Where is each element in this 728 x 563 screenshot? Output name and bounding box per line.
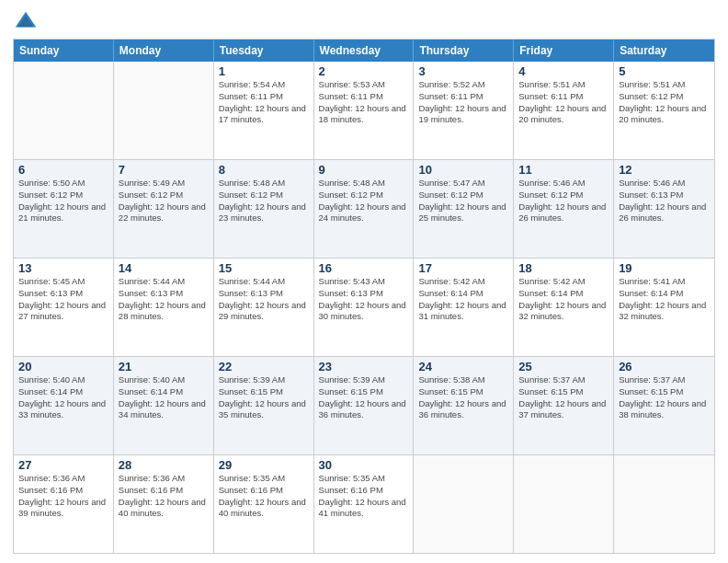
day-info: Sunrise: 5:53 AM Sunset: 6:11 PM Dayligh… bbox=[319, 79, 409, 126]
day-info: Sunrise: 5:46 AM Sunset: 6:12 PM Dayligh… bbox=[518, 178, 609, 224]
day-info: Sunrise: 5:47 AM Sunset: 6:12 PM Dayligh… bbox=[418, 178, 508, 224]
cal-cell-1-7: 5Sunrise: 5:51 AM Sunset: 6:12 PM Daylig… bbox=[614, 62, 714, 159]
day-number: 16 bbox=[319, 261, 409, 275]
cal-cell-3-6: 18Sunrise: 5:42 AM Sunset: 6:14 PM Dayli… bbox=[514, 259, 614, 356]
calendar-body: 1Sunrise: 5:54 AM Sunset: 6:11 PM Daylig… bbox=[14, 62, 714, 553]
day-number: 14 bbox=[119, 261, 209, 275]
header-cell-monday: Monday bbox=[114, 40, 214, 62]
day-number: 8 bbox=[219, 163, 309, 177]
cal-cell-5-1: 27Sunrise: 5:36 AM Sunset: 6:16 PM Dayli… bbox=[14, 455, 114, 553]
cal-cell-2-6: 11Sunrise: 5:46 AM Sunset: 6:12 PM Dayli… bbox=[514, 160, 614, 258]
day-info: Sunrise: 5:41 AM Sunset: 6:14 PM Dayligh… bbox=[619, 276, 710, 323]
calendar-row-2: 6Sunrise: 5:50 AM Sunset: 6:12 PM Daylig… bbox=[14, 159, 714, 258]
day-info: Sunrise: 5:40 AM Sunset: 6:14 PM Dayligh… bbox=[18, 374, 108, 421]
day-info: Sunrise: 5:54 AM Sunset: 6:11 PM Dayligh… bbox=[219, 79, 309, 126]
calendar-row-3: 13Sunrise: 5:45 AM Sunset: 6:13 PM Dayli… bbox=[14, 258, 714, 356]
day-number: 25 bbox=[518, 360, 609, 373]
day-info: Sunrise: 5:48 AM Sunset: 6:12 PM Dayligh… bbox=[219, 178, 309, 224]
day-number: 10 bbox=[418, 163, 508, 177]
cal-cell-2-7: 12Sunrise: 5:46 AM Sunset: 6:13 PM Dayli… bbox=[614, 160, 714, 258]
day-info: Sunrise: 5:42 AM Sunset: 6:14 PM Dayligh… bbox=[518, 276, 609, 323]
cal-cell-3-2: 14Sunrise: 5:44 AM Sunset: 6:13 PM Dayli… bbox=[114, 259, 214, 356]
cal-cell-5-5 bbox=[414, 455, 514, 553]
cal-cell-4-2: 21Sunrise: 5:40 AM Sunset: 6:14 PM Dayli… bbox=[114, 357, 214, 454]
cal-cell-5-4: 30Sunrise: 5:35 AM Sunset: 6:16 PM Dayli… bbox=[314, 455, 415, 553]
cal-cell-2-4: 9Sunrise: 5:48 AM Sunset: 6:12 PM Daylig… bbox=[314, 160, 415, 258]
cal-cell-3-3: 15Sunrise: 5:44 AM Sunset: 6:13 PM Dayli… bbox=[214, 259, 314, 356]
cal-cell-1-1 bbox=[14, 62, 114, 159]
cal-cell-1-2 bbox=[114, 62, 214, 159]
day-info: Sunrise: 5:39 AM Sunset: 6:15 PM Dayligh… bbox=[219, 374, 309, 421]
day-info: Sunrise: 5:39 AM Sunset: 6:15 PM Dayligh… bbox=[319, 374, 409, 421]
cal-cell-1-6: 4Sunrise: 5:51 AM Sunset: 6:11 PM Daylig… bbox=[514, 62, 614, 159]
cal-cell-1-5: 3Sunrise: 5:52 AM Sunset: 6:11 PM Daylig… bbox=[414, 62, 514, 159]
header-cell-saturday: Saturday bbox=[614, 40, 714, 62]
day-info: Sunrise: 5:46 AM Sunset: 6:13 PM Dayligh… bbox=[619, 178, 710, 224]
day-number: 2 bbox=[319, 64, 409, 78]
day-number: 27 bbox=[18, 458, 108, 472]
header bbox=[13, 9, 715, 35]
day-info: Sunrise: 5:38 AM Sunset: 6:15 PM Dayligh… bbox=[418, 374, 508, 421]
logo-icon bbox=[13, 9, 39, 35]
day-number: 22 bbox=[219, 360, 309, 373]
day-number: 3 bbox=[418, 64, 508, 78]
calendar-row-4: 20Sunrise: 5:40 AM Sunset: 6:14 PM Dayli… bbox=[14, 356, 714, 454]
day-info: Sunrise: 5:49 AM Sunset: 6:12 PM Dayligh… bbox=[119, 178, 209, 224]
day-info: Sunrise: 5:48 AM Sunset: 6:12 PM Dayligh… bbox=[319, 178, 409, 224]
cal-cell-5-7 bbox=[614, 455, 714, 553]
day-info: Sunrise: 5:36 AM Sunset: 6:16 PM Dayligh… bbox=[119, 473, 209, 520]
calendar-row-1: 1Sunrise: 5:54 AM Sunset: 6:11 PM Daylig… bbox=[14, 62, 714, 159]
day-info: Sunrise: 5:37 AM Sunset: 6:15 PM Dayligh… bbox=[619, 374, 710, 421]
day-info: Sunrise: 5:51 AM Sunset: 6:12 PM Dayligh… bbox=[619, 79, 710, 126]
day-info: Sunrise: 5:50 AM Sunset: 6:12 PM Dayligh… bbox=[18, 178, 108, 224]
header-cell-friday: Friday bbox=[514, 40, 614, 62]
day-number: 23 bbox=[319, 360, 409, 373]
logo bbox=[13, 9, 42, 35]
day-number: 28 bbox=[119, 458, 209, 472]
day-number: 15 bbox=[219, 261, 309, 275]
calendar: SundayMondayTuesdayWednesdayThursdayFrid… bbox=[13, 39, 715, 554]
page: SundayMondayTuesdayWednesdayThursdayFrid… bbox=[0, 0, 728, 563]
day-number: 17 bbox=[418, 261, 508, 275]
day-info: Sunrise: 5:44 AM Sunset: 6:13 PM Dayligh… bbox=[219, 276, 309, 323]
cal-cell-5-3: 29Sunrise: 5:35 AM Sunset: 6:16 PM Dayli… bbox=[214, 455, 314, 553]
day-number: 7 bbox=[119, 163, 209, 177]
header-cell-thursday: Thursday bbox=[414, 40, 514, 62]
day-number: 5 bbox=[619, 64, 710, 78]
cal-cell-3-1: 13Sunrise: 5:45 AM Sunset: 6:13 PM Dayli… bbox=[14, 259, 114, 356]
day-number: 9 bbox=[319, 163, 409, 177]
cal-cell-3-4: 16Sunrise: 5:43 AM Sunset: 6:13 PM Dayli… bbox=[314, 259, 415, 356]
cal-cell-2-1: 6Sunrise: 5:50 AM Sunset: 6:12 PM Daylig… bbox=[14, 160, 114, 258]
day-info: Sunrise: 5:35 AM Sunset: 6:16 PM Dayligh… bbox=[319, 473, 409, 520]
day-number: 1 bbox=[219, 64, 309, 78]
cal-cell-3-5: 17Sunrise: 5:42 AM Sunset: 6:14 PM Dayli… bbox=[414, 259, 514, 356]
day-number: 30 bbox=[319, 458, 409, 472]
header-cell-wednesday: Wednesday bbox=[314, 40, 415, 62]
cal-cell-4-3: 22Sunrise: 5:39 AM Sunset: 6:15 PM Dayli… bbox=[214, 357, 314, 454]
cal-cell-3-7: 19Sunrise: 5:41 AM Sunset: 6:14 PM Dayli… bbox=[614, 259, 714, 356]
day-number: 26 bbox=[619, 360, 710, 373]
header-cell-sunday: Sunday bbox=[14, 40, 114, 62]
day-info: Sunrise: 5:35 AM Sunset: 6:16 PM Dayligh… bbox=[219, 473, 309, 520]
cal-cell-1-4: 2Sunrise: 5:53 AM Sunset: 6:11 PM Daylig… bbox=[314, 62, 415, 159]
day-info: Sunrise: 5:43 AM Sunset: 6:13 PM Dayligh… bbox=[319, 276, 409, 323]
day-info: Sunrise: 5:51 AM Sunset: 6:11 PM Dayligh… bbox=[518, 79, 609, 126]
day-number: 11 bbox=[518, 163, 609, 177]
calendar-row-5: 27Sunrise: 5:36 AM Sunset: 6:16 PM Dayli… bbox=[14, 454, 714, 553]
cal-cell-5-6 bbox=[514, 455, 614, 553]
day-number: 18 bbox=[518, 261, 609, 275]
cal-cell-4-1: 20Sunrise: 5:40 AM Sunset: 6:14 PM Dayli… bbox=[14, 357, 114, 454]
day-info: Sunrise: 5:45 AM Sunset: 6:13 PM Dayligh… bbox=[18, 276, 108, 323]
cal-cell-2-3: 8Sunrise: 5:48 AM Sunset: 6:12 PM Daylig… bbox=[214, 160, 314, 258]
day-number: 29 bbox=[219, 458, 309, 472]
day-info: Sunrise: 5:44 AM Sunset: 6:13 PM Dayligh… bbox=[119, 276, 209, 323]
cal-cell-1-3: 1Sunrise: 5:54 AM Sunset: 6:11 PM Daylig… bbox=[214, 62, 314, 159]
day-info: Sunrise: 5:40 AM Sunset: 6:14 PM Dayligh… bbox=[119, 374, 209, 421]
cal-cell-2-2: 7Sunrise: 5:49 AM Sunset: 6:12 PM Daylig… bbox=[114, 160, 214, 258]
day-number: 13 bbox=[18, 261, 108, 275]
cal-cell-4-5: 24Sunrise: 5:38 AM Sunset: 6:15 PM Dayli… bbox=[414, 357, 514, 454]
calendar-header: SundayMondayTuesdayWednesdayThursdayFrid… bbox=[14, 40, 714, 62]
day-number: 12 bbox=[619, 163, 710, 177]
day-number: 24 bbox=[418, 360, 508, 373]
cal-cell-2-5: 10Sunrise: 5:47 AM Sunset: 6:12 PM Dayli… bbox=[414, 160, 514, 258]
